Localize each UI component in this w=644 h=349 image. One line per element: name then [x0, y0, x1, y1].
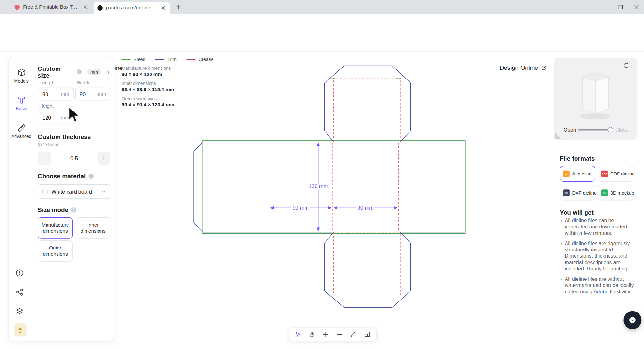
height-unit: mm: [61, 115, 69, 121]
length-input[interactable]: [42, 91, 61, 97]
zoom-out-icon[interactable]: [335, 329, 345, 339]
close-label: Close: [615, 127, 628, 133]
tab1-favicon: [15, 4, 20, 10]
benefits-list: All dieline files can be generated and d…: [560, 218, 634, 299]
sidebar-item-models[interactable]: Models: [9, 68, 33, 83]
inner-dimensions-value: 88.4 × 88.9 × 119.4 mm: [121, 87, 195, 92]
format-dxf-dieline[interactable]: DXF DXF dieline: [560, 185, 595, 200]
height-input[interactable]: [42, 114, 61, 121]
thickness-value: 0.5: [51, 155, 98, 161]
share-icon[interactable]: [15, 288, 25, 298]
size-mode-header: Size mode: [38, 206, 110, 213]
messenger-icon: [628, 316, 637, 325]
dxf-file-icon: DXF: [563, 189, 570, 196]
browser-navbar: pacdora.com/dielines-detail/cube-box-die…: [0, 14, 644, 28]
pan-hand-tool-icon[interactable]: [307, 329, 317, 339]
info-icon[interactable]: [77, 69, 82, 75]
trim-lines: [194, 66, 464, 307]
inner-dimensions-label: Inner dimensions: [121, 81, 195, 86]
format-3d-mockup[interactable]: 3D 3D mockup: [598, 185, 633, 200]
unit-toggle-mm[interactable]: mm: [87, 69, 101, 75]
zoom-in-icon[interactable]: [321, 329, 331, 339]
unit-toggle-in[interactable]: in: [104, 69, 110, 75]
width-left-dimension-label: 90 mm: [293, 205, 309, 211]
tab2-close-icon[interactable]: [160, 5, 166, 11]
tab1-title: Free & Printable Box Templat: [23, 4, 78, 10]
dimension-annotations: 120 mm 90 mm 90 mm: [270, 143, 398, 231]
layers-icon[interactable]: [15, 307, 25, 317]
browser-tabstrip: Free & Printable Box Templat pacdora.com…: [0, 0, 644, 14]
file-formats-title: File formats: [560, 155, 595, 162]
material-value: White card board: [51, 188, 98, 195]
format-ai-dieline[interactable]: Ai AI dieline: [560, 166, 595, 182]
trim-label: Trim: [167, 57, 177, 62]
sidebar-label-basic: Basic: [9, 106, 33, 111]
cube-icon: [17, 68, 26, 77]
width-field[interactable]: mm: [75, 88, 110, 101]
width-input[interactable]: [80, 91, 98, 97]
info-icon[interactable]: [71, 207, 77, 213]
lamp-icon[interactable]: [14, 323, 27, 337]
chat-button[interactable]: [623, 311, 641, 329]
material-swatch: [42, 189, 48, 195]
legend-trim: Trim: [155, 57, 177, 62]
pen-tool-icon[interactable]: [348, 329, 358, 339]
design-online-label: Design Online: [499, 64, 538, 71]
canvas-toolbar: [289, 328, 377, 341]
ruler-icon: [17, 123, 26, 133]
window-maximize-button[interactable]: [613, 0, 628, 14]
3d-file-icon: 3D: [601, 189, 608, 196]
3d-mockup-label: 3D mockup: [610, 190, 634, 195]
dieline-drawing[interactable]: 120 mm 90 mm 90 mm: [189, 58, 472, 312]
sidebar-label-advanced: Advanced: [9, 134, 33, 139]
info-icon[interactable]: [88, 173, 94, 179]
material-header: Choose material: [38, 173, 110, 180]
thickness-plus-button[interactable]: +: [97, 152, 110, 165]
dimension-tool-icon[interactable]: [362, 329, 372, 339]
sidebar-item-advanced[interactable]: Advanced: [9, 123, 33, 139]
alert-icon[interactable]: [15, 268, 25, 278]
settings-panel: Models Basic Advanced Custom size mm in …: [8, 57, 114, 341]
mouse-cursor: [68, 106, 80, 124]
browser-tab-2-active[interactable]: pacdora.com/dielines-detail: [94, 2, 170, 14]
size-mode-manufacture[interactable]: Manufacture dimensions: [38, 217, 73, 239]
dimension-info-block: Manufacture dimensions 90 × 90 × 120 mm …: [121, 66, 195, 111]
crease-lines: [204, 78, 400, 295]
browser-tab-1[interactable]: Free & Printable Box Templat: [11, 0, 92, 14]
material-dropdown[interactable]: White card board: [38, 184, 110, 199]
outer-dimensions-label: Outer dimensions: [121, 96, 195, 101]
legend-bleed: Bleed: [121, 57, 145, 62]
manufacture-dimensions-value: 90 × 90 × 120 mm: [121, 71, 195, 77]
manufacture-dimensions-label: Manufacture dimensions: [121, 66, 195, 70]
new-tab-button[interactable]: [174, 3, 182, 11]
ai-file-icon: Ai: [563, 171, 570, 177]
length-label: Length: [39, 80, 55, 86]
width-unit: mm: [98, 91, 106, 97]
format-pdf-dieline[interactable]: PDF PDF dieline: [598, 166, 633, 182]
open-close-slider[interactable]: [578, 130, 611, 131]
outer-dimensions-value: 90.4 × 90.4 × 120.4 mm: [121, 102, 195, 108]
slider-knob[interactable]: [608, 127, 613, 132]
custom-size-title: Custom size: [38, 65, 74, 79]
you-will-get-title: You will get: [560, 209, 594, 216]
sidebar-item-basic[interactable]: Basic: [9, 95, 33, 111]
thickness-minus-button[interactable]: −: [38, 152, 51, 165]
size-mode-inner[interactable]: Inner dimensions: [76, 217, 110, 239]
width-right-dimension-label: 90 mm: [358, 205, 374, 211]
pdf-file-icon: PDF: [601, 171, 608, 177]
window-minimize-button[interactable]: [597, 0, 613, 14]
rotate-3d-icon[interactable]: [623, 61, 632, 70]
dxf-dieline-label: DXF dieline: [572, 190, 597, 195]
3d-box-render: [573, 68, 618, 121]
sidebar-label-models: Models: [9, 79, 33, 83]
tab1-close-icon[interactable]: [82, 4, 88, 10]
chevron-down-icon: [101, 189, 106, 194]
window-close-button[interactable]: [628, 0, 644, 14]
design-online-link[interactable]: Design Online: [499, 64, 547, 71]
benefit-item: All dieline files can be generated and d…: [560, 218, 634, 237]
select-tool-icon[interactable]: [293, 329, 303, 339]
size-mode-outer[interactable]: Outer dimensions: [38, 240, 73, 262]
length-field[interactable]: mm: [38, 88, 74, 101]
height-dimension-label: 120 mm: [309, 183, 328, 189]
pdf-dieline-label: PDF dieline: [610, 171, 635, 176]
